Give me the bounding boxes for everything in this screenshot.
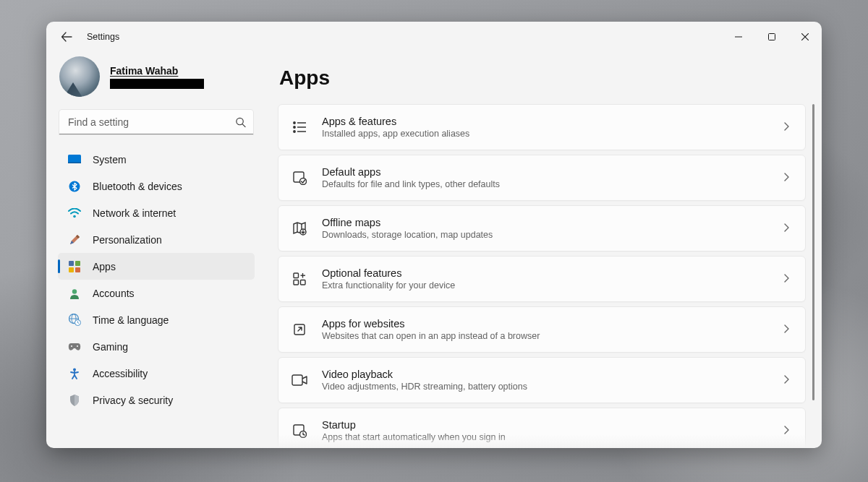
main-panel: Apps Apps & features Installed apps, app…	[263, 52, 822, 448]
card-title: Default apps	[322, 166, 782, 178]
system-icon	[68, 153, 81, 166]
sidebar-item-privacy[interactable]: Privacy & security	[58, 387, 255, 413]
shield-icon	[68, 394, 81, 407]
close-button[interactable]	[788, 25, 822, 48]
card-subtitle: Websites that can open in an app instead…	[322, 331, 782, 341]
card-subtitle: Defaults for file and link types, other …	[322, 179, 782, 189]
svg-rect-32	[294, 280, 299, 285]
search-input[interactable]	[59, 110, 253, 134]
window-title: Settings	[87, 32, 119, 42]
nav: System Bluetooth & devices Network & int…	[58, 146, 255, 442]
card-startup[interactable]: Startup Apps that start automatically wh…	[278, 408, 806, 448]
sidebar-item-label: Personalization	[93, 234, 162, 246]
svg-rect-37	[292, 375, 302, 385]
video-icon	[292, 372, 307, 388]
card-text: Offline maps Downloads, storage location…	[322, 217, 782, 240]
card-text: Startup Apps that start automatically wh…	[322, 419, 782, 442]
profile-text: Fatima Wahab	[110, 65, 204, 89]
svg-rect-31	[294, 273, 299, 278]
titlebar-left: Settings	[59, 30, 119, 44]
chevron-right-icon	[782, 173, 792, 183]
svg-point-2	[237, 118, 243, 124]
scrollbar-thumb[interactable]	[812, 104, 814, 400]
search-icon	[235, 117, 246, 128]
chevron-right-icon	[782, 274, 792, 284]
minimize-button[interactable]	[722, 25, 755, 48]
sidebar-item-label: System	[93, 154, 127, 165]
card-title: Optional features	[322, 267, 782, 279]
card-title: Apps & features	[322, 116, 782, 127]
sidebar-item-network[interactable]: Network & internet	[58, 199, 255, 226]
titlebar: Settings	[46, 22, 822, 52]
svg-line-3	[242, 124, 245, 127]
svg-rect-1	[769, 34, 775, 40]
avatar	[59, 56, 100, 97]
card-default-apps[interactable]: Default apps Defaults for file and link …	[278, 155, 806, 201]
back-button[interactable]	[59, 30, 74, 44]
card-optional-features[interactable]: Optional features Extra functionality fo…	[278, 256, 806, 302]
sidebar: Fatima Wahab System Bluetooth & d	[46, 52, 263, 448]
svg-rect-33	[301, 280, 306, 285]
maximize-icon	[768, 33, 775, 40]
sidebar-item-label: Apps	[93, 261, 116, 272]
card-title: Video playback	[322, 369, 782, 380]
svg-point-12	[72, 289, 77, 293]
sidebar-item-label: Accessibility	[93, 368, 148, 379]
default-apps-icon	[292, 170, 307, 186]
sidebar-item-apps[interactable]: Apps	[58, 253, 255, 280]
card-video-playback[interactable]: Video playback Video adjustments, HDR st…	[278, 357, 806, 403]
accounts-icon	[68, 287, 81, 300]
card-apps-features[interactable]: Apps & features Installed apps, app exec…	[278, 104, 806, 150]
card-offline-maps[interactable]: Offline maps Downloads, storage location…	[278, 205, 806, 251]
card-subtitle: Video adjustments, HDR streaming, batter…	[322, 382, 782, 392]
minimize-icon	[735, 33, 742, 40]
sidebar-item-bluetooth[interactable]: Bluetooth & devices	[58, 173, 255, 199]
profile-name: Fatima Wahab	[110, 65, 204, 77]
startup-icon	[292, 423, 307, 439]
grid-plus-icon	[292, 271, 307, 287]
chevron-right-icon	[782, 375, 792, 385]
sidebar-item-system[interactable]: System	[58, 146, 255, 173]
window-body: Fatima Wahab System Bluetooth & d	[46, 52, 822, 448]
svg-point-24	[294, 131, 295, 132]
scrollbar[interactable]	[810, 104, 816, 448]
card-subtitle: Extra functionality for your device	[322, 280, 782, 291]
sidebar-item-time-language[interactable]: Time & language	[58, 306, 255, 333]
svg-point-18	[77, 345, 78, 347]
profile-block[interactable]: Fatima Wahab	[58, 52, 255, 110]
window-controls	[722, 25, 822, 48]
svg-rect-4	[68, 155, 81, 163]
gamepad-icon	[68, 340, 81, 353]
sidebar-item-label: Time & language	[93, 314, 169, 326]
sidebar-item-accounts[interactable]: Accounts	[58, 280, 255, 306]
page-title: Apps	[278, 59, 819, 104]
sidebar-item-gaming[interactable]: Gaming	[58, 333, 255, 360]
card-subtitle: Downloads, storage location, map updates	[322, 230, 782, 240]
profile-email-redacted	[110, 79, 204, 89]
card-apps-for-websites[interactable]: Apps for websites Websites that can open…	[278, 306, 806, 353]
card-text: Video playback Video adjustments, HDR st…	[322, 369, 782, 392]
svg-rect-5	[68, 162, 81, 163]
globe-clock-icon	[68, 314, 81, 327]
sidebar-item-accessibility[interactable]: Accessibility	[58, 360, 255, 387]
chevron-right-icon	[782, 426, 792, 436]
chevron-right-icon	[782, 122, 792, 132]
svg-rect-10	[69, 267, 74, 272]
sidebar-item-personalization[interactable]: Personalization	[58, 226, 255, 253]
svg-rect-8	[69, 261, 74, 266]
svg-rect-11	[75, 267, 80, 272]
apps-icon	[68, 260, 81, 273]
arrow-left-icon	[61, 31, 72, 43]
search-wrap	[59, 110, 253, 134]
accessibility-icon	[68, 367, 81, 380]
svg-rect-9	[75, 261, 80, 266]
sidebar-item-label: Network & internet	[93, 207, 176, 219]
card-text: Optional features Extra functionality fo…	[322, 267, 782, 291]
svg-point-22	[294, 126, 295, 128]
sidebar-item-label: Bluetooth & devices	[93, 181, 182, 192]
sidebar-item-label: Accounts	[93, 288, 135, 299]
settings-window: Settings Fatima Wahab	[46, 22, 822, 448]
card-title: Offline maps	[322, 217, 782, 228]
sidebar-item-label: Gaming	[93, 341, 128, 353]
maximize-button[interactable]	[755, 25, 788, 48]
